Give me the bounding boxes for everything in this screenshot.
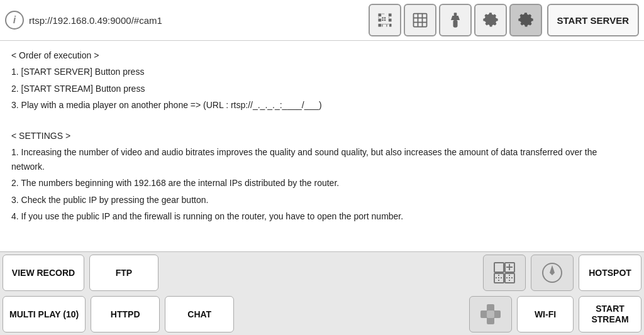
start-server-button[interactable]: START SERVER: [547, 4, 639, 36]
svg-rect-4: [378, 19, 381, 22]
svg-rect-1: [382, 14, 382, 14]
gear-icon-button-2[interactable]: [509, 4, 542, 36]
svg-rect-27: [494, 263, 504, 272]
svg-rect-18: [389, 24, 392, 27]
svg-rect-13: [382, 24, 382, 27]
svg-rect-11: [384, 19, 385, 21]
view-record-button[interactable]: VIEW RECORD: [3, 255, 84, 291]
top-bar: i rtsp://192.168.0.49:9000/#cam1: [0, 0, 644, 41]
setting-2: 2. The numbers beginning with 192.168 ar…: [11, 176, 633, 190]
execution-step-1: 1. [START SERVER] Button press: [11, 65, 633, 79]
bottom-bar: VIEW RECORD FTP HOTSP: [0, 251, 644, 335]
svg-rect-5: [388, 14, 391, 17]
compass-icon-button[interactable]: [531, 255, 574, 291]
execution-step-2: 2. [START STREAM] Button press: [11, 82, 633, 96]
httpd-button[interactable]: HTTPD: [91, 296, 160, 332]
svg-rect-0: [378, 14, 381, 17]
svg-rect-7: [388, 19, 391, 22]
svg-rect-12: [378, 24, 381, 27]
setting-3: 3. Check the public IP by pressing the g…: [11, 193, 633, 207]
chat-button[interactable]: CHAT: [165, 296, 234, 332]
svg-rect-10: [382, 19, 383, 21]
gear-icon-button-1[interactable]: [474, 4, 507, 36]
svg-marker-25: [451, 16, 460, 20]
svg-rect-14: [383, 24, 384, 25]
ftp-button[interactable]: FTP: [89, 255, 158, 291]
svg-rect-3: [378, 17, 379, 18]
svg-rect-6: [388, 17, 389, 18]
plus-cross-icon-button[interactable]: [483, 255, 526, 291]
flashlight-icon-button[interactable]: [439, 4, 472, 36]
svg-rect-16: [386, 24, 387, 27]
svg-rect-9: [384, 17, 385, 18]
toolbar-icons: [369, 4, 542, 36]
svg-rect-26: [453, 20, 457, 28]
svg-rect-2: [383, 14, 384, 14]
bottom-row-2: MULTI PLAY (10) HTTPD CHAT WI-FI START S…: [0, 294, 644, 335]
svg-rect-43: [487, 310, 494, 318]
grid-icon-button[interactable]: [404, 4, 436, 36]
qr-code-icon-button[interactable]: [369, 4, 401, 36]
svg-rect-24: [453, 13, 457, 16]
bottom-row-1: VIEW RECORD FTP HOTSP: [0, 252, 644, 294]
dpad-icon-button[interactable]: [469, 296, 512, 332]
svg-marker-38: [550, 265, 555, 275]
svg-rect-17: [387, 24, 388, 25]
svg-rect-15: [385, 24, 386, 25]
hotspot-button[interactable]: HOTSPOT: [579, 255, 641, 291]
execution-step-3: 3. Play with a media player on another p…: [11, 98, 633, 112]
setting-1: 1. Increasing the number of video and au…: [11, 145, 633, 173]
start-stream-button[interactable]: START STREAM: [579, 296, 641, 332]
multi-play-button[interactable]: MULTI PLAY (10): [3, 296, 86, 332]
info-icon[interactable]: i: [5, 11, 24, 30]
section2-title: < SETTINGS >: [11, 129, 633, 143]
setting-4: 4. If you use the public IP and the fire…: [11, 209, 633, 223]
content-area: < Order of execution > 1. [START SERVER]…: [0, 41, 644, 251]
url-display: rtsp://192.168.0.49:9000/#cam1: [29, 15, 364, 26]
section1-title: < Order of execution >: [11, 48, 633, 62]
svg-rect-19: [413, 14, 426, 27]
svg-rect-8: [382, 17, 383, 18]
wifi-button[interactable]: WI-FI: [517, 296, 574, 332]
